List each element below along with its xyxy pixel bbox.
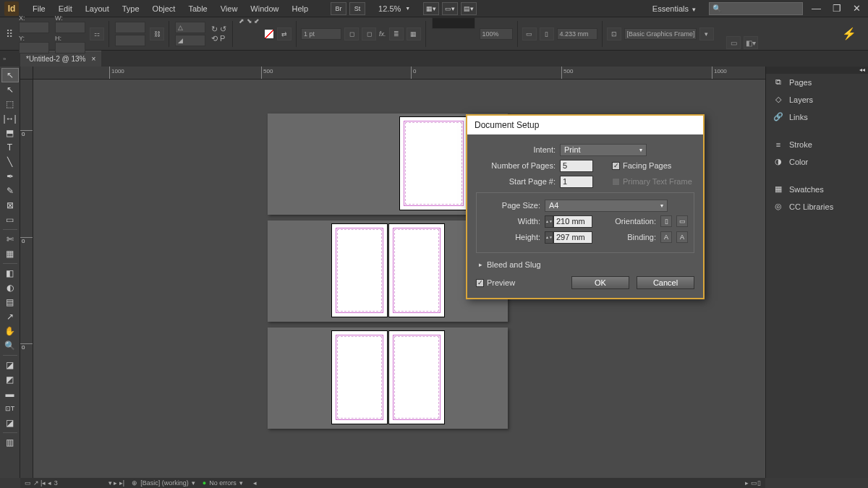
pages-input[interactable] [560, 160, 593, 172]
scale-y[interactable] [115, 35, 145, 46]
distribute-icon[interactable]: ▯ [540, 27, 554, 40]
tool-pen[interactable]: ✒ [1, 169, 19, 184]
x-input[interactable] [19, 22, 49, 33]
frame-fit-icon[interactable]: ⊡ [607, 27, 621, 40]
style-dd[interactable]: ▾ [699, 27, 714, 40]
y-input[interactable] [19, 42, 49, 53]
binding-ltr[interactable]: A [660, 231, 672, 243]
shear-input[interactable]: ◢ [175, 35, 205, 46]
swap-icon[interactable]: ⇄ [277, 27, 292, 40]
maximize-button[interactable]: ❐ [830, 3, 844, 14]
orient-landscape[interactable]: ▭ [676, 215, 688, 227]
screen-mode[interactable]: ◪ [1, 416, 19, 430]
stroke-weight[interactable]: 1 pt [301, 28, 341, 40]
view-opt-2[interactable]: ▭▾ [442, 2, 458, 15]
gpu-icon[interactable]: ⚡ [842, 27, 864, 40]
reference-point[interactable]: ⠿ [4, 17, 14, 50]
tool-pencil[interactable]: ✎ [1, 184, 19, 198]
stroke-opt2[interactable]: ◻ [362, 27, 376, 40]
tool-gradient-swatch[interactable]: ◧ [1, 266, 19, 281]
wrap-icon[interactable]: ≣ [389, 27, 404, 40]
format-container[interactable]: ⊡T [1, 401, 19, 416]
cancel-button[interactable]: Cancel [637, 276, 694, 289]
menu-help[interactable]: Help [285, 0, 315, 17]
extra-opt2[interactable]: ◧▾ [744, 36, 758, 49]
ruler-origin[interactable] [20, 67, 33, 80]
stroke-opt1[interactable]: ◻ [344, 27, 359, 40]
menu-type[interactable]: Type [116, 0, 146, 17]
menu-table[interactable]: Table [182, 0, 213, 17]
view-opt-3[interactable]: ▤▾ [461, 2, 477, 15]
start-page-input[interactable] [560, 176, 593, 188]
search-input[interactable]: 🔍 [709, 2, 803, 15]
link-scale-icon[interactable]: ⛓ [150, 27, 164, 40]
tool-gradient-feather[interactable]: ◐ [1, 281, 19, 295]
wrap-icon2[interactable]: ▦ [407, 27, 421, 40]
w-input[interactable] [55, 22, 85, 33]
tool-selection[interactable]: ↖ [1, 68, 19, 82]
tool-direct[interactable]: ↖ [1, 82, 19, 97]
scale-x[interactable] [115, 22, 145, 33]
width-input[interactable] [553, 215, 592, 228]
page-nav-fwd[interactable]: ▾ ▸ ▸| [109, 479, 124, 487]
menu-view[interactable]: View [214, 0, 244, 17]
page-nav[interactable]: ▭ ↗ |◂ ◂ 3 [25, 479, 58, 487]
facing-pages-check[interactable]: ✓Facing Pages [612, 161, 671, 170]
doc-tab-close[interactable]: × [91, 55, 95, 63]
ruler-horizontal[interactable]: 1000 500 0 500 1000 [33, 67, 765, 80]
object-style[interactable]: [Basic Graphics Frame] [624, 28, 697, 40]
tool-page[interactable]: ⬚ [1, 97, 19, 111]
align-icon[interactable]: ▭ [522, 27, 537, 40]
scroll-right[interactable]: ▸ ▭▯ [745, 479, 761, 487]
height-input[interactable] [553, 231, 592, 244]
tool-hand[interactable]: ✋ [1, 324, 19, 338]
tool-last[interactable]: ▥ [1, 435, 19, 450]
intent-dropdown[interactable]: Print [560, 144, 647, 156]
rotate-input[interactable]: △ [175, 22, 205, 33]
close-button[interactable]: ✕ [850, 3, 864, 14]
h-input[interactable] [55, 42, 85, 53]
dock-collapse[interactable]: ◂◂ [766, 67, 868, 74]
preflight-profile[interactable]: ⊕ [Basic] (working) ▾ [132, 479, 195, 487]
panel-pages[interactable]: ⧉Pages [766, 74, 868, 91]
ok-button[interactable]: OK [571, 276, 629, 289]
ruler-vertical[interactable]: 0 0 0 [20, 80, 33, 478]
tool-note[interactable]: ▤ [1, 295, 19, 309]
opacity-input[interactable]: 100% [480, 28, 513, 40]
tool-rect-frame[interactable]: ⊠ [1, 198, 19, 213]
default-fs[interactable]: ◩ [1, 372, 19, 387]
gap-input[interactable]: 4.233 mm [557, 28, 597, 40]
view-opt-1[interactable]: ▦▾ [423, 2, 439, 15]
workspace-switcher[interactable]: Essentials [647, 4, 702, 13]
minimize-button[interactable]: — [809, 3, 824, 14]
tool-transform[interactable]: ▦ [1, 247, 19, 261]
orient-portrait[interactable]: ▯ [660, 215, 672, 227]
tool-rect[interactable]: ▭ [1, 213, 19, 227]
stock-icon[interactable]: St [349, 2, 365, 15]
apply-color[interactable]: ▬ [1, 387, 19, 401]
binding-rtl[interactable]: A [676, 231, 688, 243]
extra-opt1[interactable]: ▭ [726, 36, 741, 49]
panel-stroke[interactable]: ≡Stroke [766, 136, 868, 153]
constrain-icon[interactable]: ⚏ [90, 27, 104, 40]
tool-line[interactable]: ╲ [1, 155, 19, 169]
tool-content[interactable]: ⬒ [1, 126, 19, 140]
panel-cc[interactable]: ◎CC Libraries [766, 198, 868, 215]
fill-stroke[interactable]: ◪ [1, 358, 19, 372]
zoom-dropdown[interactable]: 12.5% [374, 4, 414, 13]
panel-layers[interactable]: ◇Layers [766, 91, 868, 108]
panel-swatches[interactable]: ▦Swatches [766, 181, 868, 198]
tool-zoom[interactable]: 🔍 [1, 338, 19, 353]
preflight-status[interactable]: ● No errors ▾ [203, 479, 243, 487]
preview-check[interactable]: ✓Preview [476, 278, 515, 287]
page-size-dropdown[interactable]: A4 [545, 200, 668, 212]
tool-gap[interactable]: |↔| [1, 111, 19, 126]
menu-object[interactable]: Object [146, 0, 182, 17]
bleed-slug-toggle[interactable]: Bleed and Slug [479, 260, 694, 269]
tool-type[interactable]: T [1, 140, 19, 155]
tool-eyedrop[interactable]: ↗ [1, 309, 19, 324]
fill-none-icon[interactable] [264, 29, 274, 39]
panel-links[interactable]: 🔗Links [766, 108, 868, 126]
tool-scissors[interactable]: ✄ [1, 232, 19, 247]
bridge-icon[interactable]: Br [331, 2, 346, 15]
